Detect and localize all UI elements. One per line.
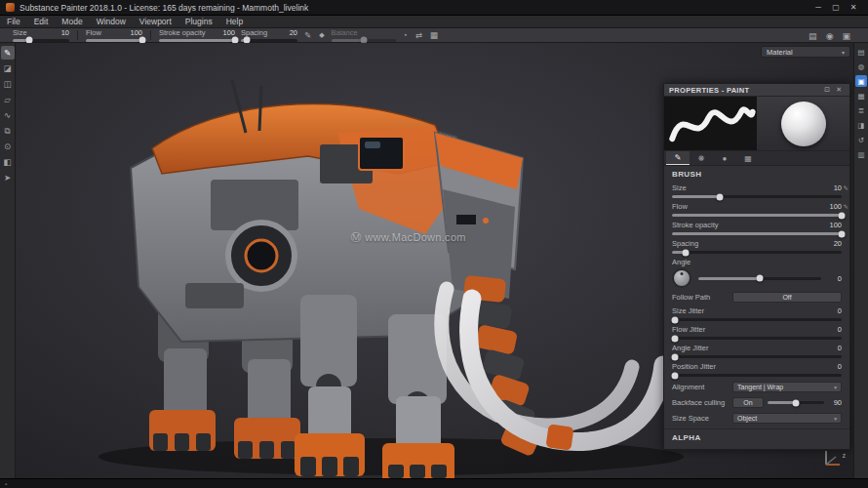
menu-help[interactable]: Help	[219, 16, 250, 28]
tab-particles[interactable]: ❋	[690, 151, 713, 165]
toolbar-flow-value[interactable]: 100	[130, 29, 142, 37]
menu-mode[interactable]: Mode	[55, 16, 89, 28]
backface-culling-toggle[interactable]: On	[732, 397, 764, 408]
flow-slider[interactable]	[672, 214, 842, 217]
flow-jitter-label: Flow Jitter	[672, 325, 838, 334]
log-icon[interactable]: ▥	[855, 148, 867, 160]
position-jitter-value[interactable]: 0	[838, 362, 842, 371]
toolbar-stroke-opacity-slider[interactable]	[159, 39, 235, 42]
angle-value[interactable]: 0	[828, 274, 842, 283]
tool-polygon-fill[interactable]: ▱	[1, 93, 15, 106]
spacing-row: Spacing20	[664, 236, 849, 254]
size-label: Size	[672, 183, 834, 192]
chevron-down-icon: ▾	[834, 416, 837, 422]
menu-plugins[interactable]: Plugins	[178, 16, 219, 28]
toolbar-balance-label: Balance	[332, 29, 396, 37]
tool-material-picker[interactable]: ⊙	[1, 140, 15, 153]
toolbar-size-value[interactable]: 10	[61, 29, 69, 37]
menu-file[interactable]: File	[0, 16, 27, 28]
tool-path[interactable]: ➤	[1, 171, 15, 184]
flow-jitter-value[interactable]: 0	[838, 325, 842, 334]
watermark: Ⓜ www.MacDown.com	[351, 230, 466, 245]
size-slider[interactable]	[672, 195, 842, 198]
size-jitter-slider[interactable]	[672, 318, 842, 321]
tool-paint[interactable]: ✎	[1, 46, 15, 60]
backface-culling-row: Backface culling On 90	[664, 393, 849, 409]
flow-value[interactable]: 100	[829, 202, 842, 211]
backface-culling-slider[interactable]	[768, 401, 824, 404]
menu-viewport[interactable]: Viewport	[133, 16, 178, 28]
layout-icon[interactable]: ▤	[809, 31, 817, 41]
grid-icon[interactable]: ▦	[426, 30, 442, 40]
follow-path-toggle[interactable]: Off	[732, 292, 842, 303]
toolbar-size-slider[interactable]	[13, 39, 69, 42]
shelf-icon[interactable]: ◨	[855, 119, 867, 131]
shader-settings-icon[interactable]: ◍	[855, 61, 867, 72]
tool-clone[interactable]: ⧉	[1, 124, 15, 138]
window-title: Substance Painter 2018.1.0 - License: 16…	[20, 3, 809, 13]
flow-jitter-slider[interactable]	[672, 337, 842, 340]
stylus-pressure-icon[interactable]: ✎	[300, 30, 315, 40]
angle-jitter-slider[interactable]	[672, 355, 842, 358]
alignment-dropdown[interactable]: Tangent | Wrap ▾	[732, 382, 842, 392]
tool-projection[interactable]: ◫	[1, 77, 15, 91]
maximize-button[interactable]: ▢	[827, 0, 845, 16]
tool-eraser[interactable]: ◪	[1, 61, 15, 75]
tool-subtabs: ✎ ❋ ● ▦	[664, 151, 849, 166]
close-button[interactable]: ✕	[845, 0, 862, 16]
stroke-opacity-row: Stroke opacity100	[664, 218, 849, 235]
stroke-opacity-slider[interactable]	[672, 232, 842, 235]
toolbar-spacing-value[interactable]: 20	[290, 29, 297, 37]
layers-icon[interactable]: ≣	[855, 104, 867, 116]
toolbar-stroke-opacity-value[interactable]: 100	[222, 29, 235, 37]
backface-culling-label: Backface culling	[672, 398, 729, 407]
toolbar-stroke-opacity-label: Stroke opacity	[159, 29, 222, 37]
menu-window[interactable]: Window	[90, 16, 133, 28]
angle-jitter-value[interactable]: 0	[838, 344, 842, 352]
angle-slider[interactable]	[698, 277, 821, 280]
material-selector[interactable]: Material ▾	[761, 46, 850, 58]
flow-jitter-row: Flow Jitter0	[664, 322, 849, 340]
toolbar-flow-slider[interactable]	[86, 39, 142, 42]
position-jitter-slider[interactable]	[672, 374, 842, 377]
backface-culling-value[interactable]: 90	[828, 398, 842, 407]
panel-close-icon[interactable]: ✕	[833, 86, 845, 94]
stroke-opacity-value[interactable]: 100	[829, 221, 842, 229]
tab-stencil[interactable]: ▦	[736, 151, 760, 165]
tab-brush[interactable]: ✎	[666, 151, 690, 165]
app-window: Substance Painter 2018.1.0 - License: 16…	[0, 0, 868, 488]
spacing-value[interactable]: 20	[834, 239, 842, 248]
display-settings-icon[interactable]: ▤	[855, 46, 867, 58]
angle-dial[interactable]	[672, 268, 691, 288]
backface-culling-state: On	[743, 399, 752, 406]
pen-pressure-icon[interactable]: ✎	[844, 184, 848, 192]
size-value[interactable]: 10	[834, 183, 842, 192]
texture-set-list-icon[interactable]: ▦	[855, 90, 867, 102]
toolbar-flow-label: Flow	[86, 29, 130, 37]
tool-smudge[interactable]: ∿	[1, 108, 15, 122]
expand-view-icon[interactable]: ▣	[842, 31, 850, 41]
camera-icon[interactable]: ◉	[826, 31, 834, 41]
toolbar-spacing-group: Spacing20	[238, 29, 300, 42]
angle-label: Angle	[672, 258, 842, 266]
pin-icon[interactable]: ⊡	[821, 86, 833, 94]
size-row: Size10 ✎	[664, 181, 849, 198]
app-icon	[6, 3, 15, 12]
size-jitter-value[interactable]: 0	[838, 306, 842, 315]
lazy-mouse-icon[interactable]: ◔	[399, 30, 412, 40]
history-icon[interactable]: ↺	[855, 134, 867, 145]
toolbar-spacing-slider[interactable]	[241, 39, 297, 42]
tab-material[interactable]: ●	[713, 151, 736, 165]
tool-quick-mask[interactable]: ◧	[1, 155, 15, 169]
menu-edit[interactable]: Edit	[27, 16, 56, 28]
tusks	[442, 289, 663, 451]
alignment-row: Alignment Tangent | Wrap ▾	[664, 378, 849, 393]
size-space-label: Size Space	[672, 414, 732, 423]
minimize-button[interactable]: ─	[809, 0, 827, 16]
viewport-3d[interactable]: Ⓜ www.MacDown.com Material ▾ z PROPERTIE…	[16, 43, 853, 478]
spacing-slider[interactable]	[672, 251, 842, 254]
symmetry-icon[interactable]: ⇄	[412, 30, 426, 40]
properties-dock-icon[interactable]: ▣	[855, 75, 867, 87]
size-space-dropdown[interactable]: Object ▾	[732, 413, 842, 424]
pen-pressure-icon[interactable]: ✎	[844, 203, 848, 211]
